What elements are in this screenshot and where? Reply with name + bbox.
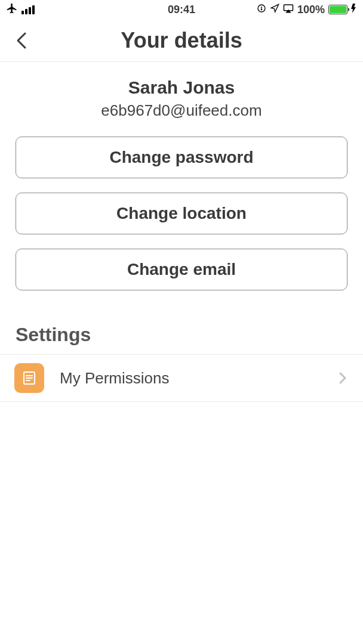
permissions-row[interactable]: My Permissions <box>0 354 363 402</box>
user-section: Sarah Jonas e6b967d0@uifeed.com <box>0 62 363 126</box>
signal-icon <box>21 5 35 14</box>
action-buttons: Change password Change location Change e… <box>0 126 363 296</box>
airplay-icon <box>283 4 294 16</box>
svg-point-1 <box>261 9 262 10</box>
location-icon <box>270 4 279 16</box>
change-location-button[interactable]: Change location <box>16 193 347 234</box>
user-name: Sarah Jonas <box>12 78 351 98</box>
permissions-label: My Permissions <box>60 369 337 388</box>
settings-section-label: Settings <box>0 296 363 354</box>
airplane-icon <box>6 2 18 17</box>
nav-header: Your details <box>0 19 363 62</box>
lock-rotation-icon <box>257 4 266 16</box>
user-email: e6b967d0@uifeed.com <box>12 101 351 120</box>
chevron-right-icon <box>337 371 351 385</box>
page-title: Your details <box>0 28 363 53</box>
status-right: 100% <box>257 4 357 16</box>
status-time: 09:41 <box>168 4 195 16</box>
battery-percent: 100% <box>297 4 325 16</box>
back-button[interactable] <box>11 30 32 51</box>
change-email-button[interactable]: Change email <box>16 249 347 290</box>
chevron-left-icon <box>15 31 28 50</box>
document-icon <box>21 370 37 386</box>
status-bar: 09:41 100% <box>0 0 363 19</box>
status-left <box>6 2 35 17</box>
battery-icon <box>328 5 347 14</box>
charging-icon <box>351 4 357 16</box>
change-password-button[interactable]: Change password <box>16 137 347 178</box>
permissions-icon <box>14 363 44 393</box>
